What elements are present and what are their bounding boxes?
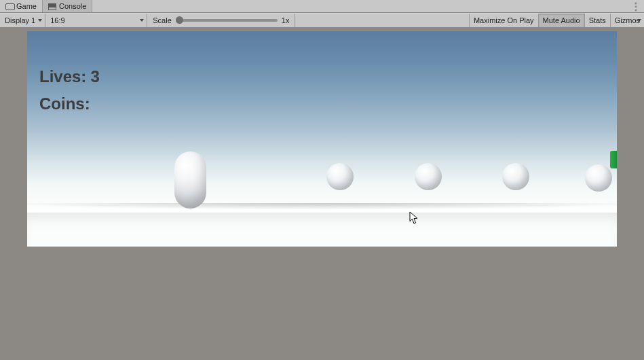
scale-slider[interactable] [176,19,278,22]
svg-point-1 [635,5,637,7]
tab-menu-button[interactable] [630,0,641,13]
display-dropdown-label: Display 1 [5,16,35,24]
mute-audio-label: Mute Audio [543,16,580,24]
tab-console-label: Console [59,2,86,10]
stats-label: Stats [589,16,606,24]
toolbar-right: Maximize On Play Mute Audio Stats Gizmos [469,14,644,27]
game-icon [5,2,14,10]
svg-point-0 [635,2,637,4]
aspect-dropdown[interactable]: 16:9 [45,14,147,27]
aspect-dropdown-label: 16:9 [50,16,64,24]
console-icon [48,2,56,10]
ground-platform [27,213,617,247]
horizon-shadow [27,203,617,213]
maximize-on-play-button[interactable]: Maximize On Play [469,14,538,27]
gizmos-dropdown[interactable]: Gizmos [610,14,644,27]
hud-coins: Coins: [39,90,100,118]
coin-sphere [502,163,529,190]
editor-window: Game Console Display 1 16:9 Scale [0,0,644,360]
scale-control: Scale 1x [147,14,295,27]
mute-audio-button[interactable]: Mute Audio [538,14,584,27]
lives-value: 3 [90,63,99,90]
coin-sphere [326,163,354,190]
coin-sphere [585,164,612,192]
coin-sphere [415,163,442,190]
tab-game-label: Game [16,2,37,10]
scale-slider-knob[interactable] [176,16,183,24]
coins-label: Coins: [39,90,90,118]
maximize-on-play-label: Maximize On Play [474,16,534,24]
game-toolbar: Display 1 16:9 Scale 1x Maximize On Play… [0,13,644,28]
hud: Lives: 3 Coins: [39,63,100,117]
tab-game[interactable]: Game [0,0,43,12]
gizmos-label: Gizmos [615,16,640,24]
hud-lives: Lives: 3 [39,63,100,90]
tab-console[interactable]: Console [43,0,92,12]
tab-bar: Game Console [0,0,644,13]
player-capsule [174,151,206,209]
viewport-container: Lives: 3 Coins: [0,28,644,360]
kebab-icon [634,2,637,12]
green-object [610,151,617,168]
lives-label: Lives: [39,63,86,90]
game-view[interactable]: Lives: 3 Coins: [27,31,617,357]
display-dropdown[interactable]: Display 1 [0,14,45,27]
ground-far [27,247,617,357]
svg-point-2 [635,9,637,11]
scale-value: 1x [282,16,290,24]
scale-label: Scale [153,16,172,24]
stats-button[interactable]: Stats [584,14,610,27]
sky [27,31,617,213]
